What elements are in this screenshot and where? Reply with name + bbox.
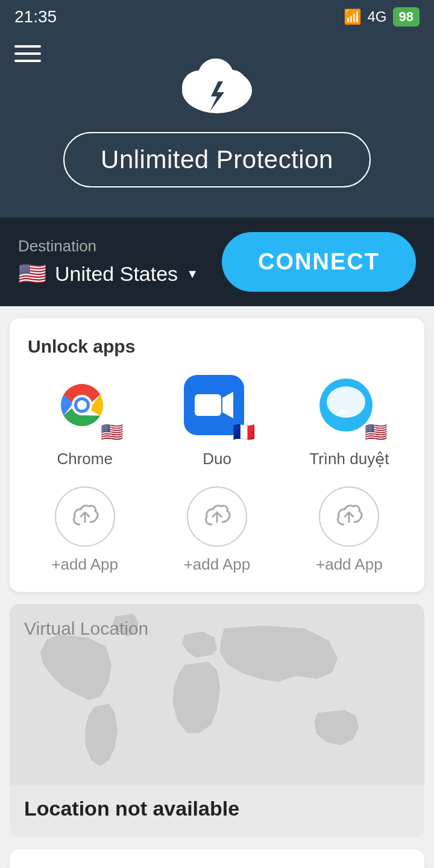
destination-label: Destination	[18, 237, 198, 256]
app-item-chrome[interactable]: 🇺🇸 Chrome	[28, 375, 142, 468]
add-app-slot-3[interactable]: +add App	[292, 486, 406, 574]
unlock-apps-title: Unlock apps	[28, 336, 406, 357]
chrome-label: Chrome	[57, 450, 112, 468]
virtual-location-card: Virtual Location Location not available	[10, 604, 424, 837]
chrome-icon-wrapper: 🇺🇸	[52, 375, 118, 441]
duo-icon-wrapper: 🇫🇷	[184, 375, 250, 441]
change-location-bar: CHANGE LOCATION	[10, 849, 424, 868]
connection-bar: Destination 🇺🇸 United States ▼ CONNECT	[0, 218, 434, 306]
add-app-label-2: +add App	[184, 555, 251, 574]
location-unavailable-text: Location not available	[10, 785, 424, 837]
add-app-circle-3	[319, 486, 379, 547]
add-app-circle-1	[55, 486, 115, 547]
virtual-location-title: Virtual Location	[24, 618, 148, 639]
svg-rect-10	[195, 394, 221, 416]
app-item-browser[interactable]: 🇺🇸 Trình duyệt	[292, 375, 406, 468]
country-name: United States	[55, 262, 178, 286]
protection-badge: Unlimited Protection	[63, 132, 371, 187]
duo-label: Duo	[203, 450, 231, 468]
chevron-down-icon: ▼	[186, 267, 198, 281]
browser-flag: 🇺🇸	[365, 421, 387, 442]
duo-flag: 🇫🇷	[233, 421, 255, 442]
add-app-slot-2[interactable]: +add App	[160, 486, 274, 574]
country-selector[interactable]: 🇺🇸 United States ▼	[18, 260, 198, 287]
browser-label: Trình duyệt	[309, 450, 389, 468]
signal-bars-icon: 📶	[344, 8, 362, 25]
svg-point-8	[77, 400, 87, 410]
menu-button[interactable]	[14, 45, 41, 62]
unlock-apps-card: Unlock apps	[10, 318, 424, 592]
browser-icon-wrapper: 🇺🇸	[316, 375, 382, 441]
app-item-duo[interactable]: 🇫🇷 Duo	[160, 375, 274, 468]
battery-indicator: 98	[393, 7, 420, 27]
add-app-label-3: +add App	[316, 555, 383, 574]
apps-grid: 🇺🇸 Chrome 🇫🇷 Duo	[28, 375, 406, 574]
add-app-label-1: +add App	[51, 555, 118, 574]
app-header: Unlimited Protection	[0, 33, 434, 218]
status-bar: 21:35 📶 4G 98	[0, 0, 434, 33]
app-logo	[175, 51, 259, 120]
connect-button[interactable]: CONNECT	[222, 232, 416, 292]
network-type: 4G	[368, 8, 387, 25]
add-app-slot-1[interactable]: +add App	[28, 486, 142, 574]
destination-section: Destination 🇺🇸 United States ▼	[18, 237, 198, 287]
time-display: 21:35	[14, 7, 57, 27]
chrome-flag: 🇺🇸	[101, 421, 123, 442]
add-app-circle-2	[187, 486, 247, 547]
status-right: 📶 4G 98	[344, 7, 420, 27]
add-app-cloud-icon-1	[69, 499, 101, 534]
add-app-cloud-icon-2	[201, 499, 233, 534]
add-app-cloud-icon-3	[333, 499, 365, 534]
country-flag: 🇺🇸	[18, 260, 46, 287]
